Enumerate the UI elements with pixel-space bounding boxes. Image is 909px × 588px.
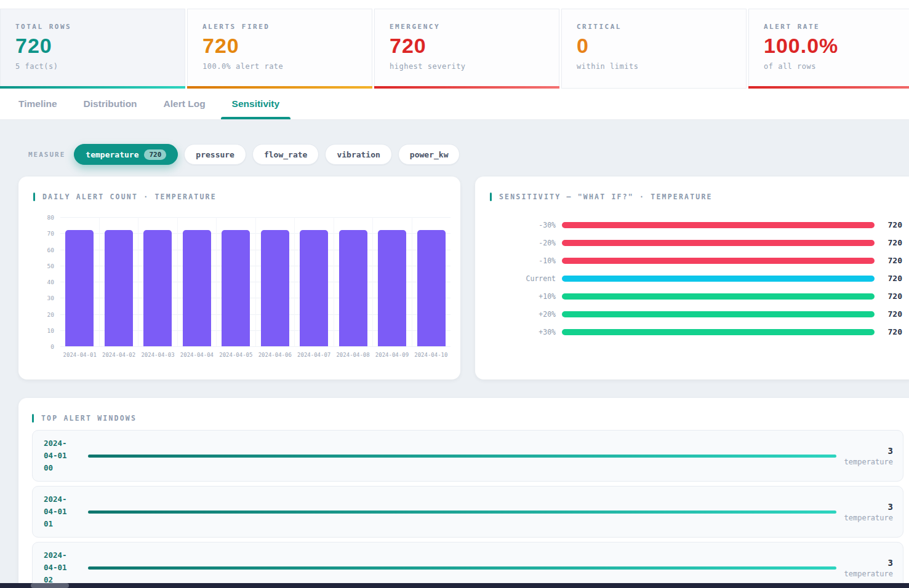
stat-subtext: highest severity <box>390 62 544 71</box>
measure-chip-flow_rate[interactable]: flow_rate <box>252 144 319 165</box>
bar-slot <box>372 217 412 346</box>
scenario-bar <box>562 293 875 300</box>
stats-row: TOTAL ROWS 720 5 fact(s) ALERTS FIRED 72… <box>0 0 909 89</box>
daily-panel-title: DAILY ALERT COUNT · TEMPERATURE <box>42 193 217 201</box>
alert-window-row: 2024- 04-01 01 3 temperature <box>32 486 903 538</box>
stat-accent-bar <box>374 86 559 89</box>
sensitivity-row: +30% 720 <box>490 323 902 341</box>
y-tick-label: 10 <box>47 327 54 333</box>
scenario-value: 720 <box>875 309 902 319</box>
bar-slot <box>60 217 99 346</box>
y-tick-label: 80 <box>47 214 54 221</box>
window-timestamp: 2024- 04-01 00 <box>44 437 78 474</box>
measure-chip-pressure[interactable]: pressure <box>184 144 246 165</box>
scrollbar-thumb[interactable] <box>31 583 69 588</box>
x-tick-label: 2024-04-10 <box>412 352 450 358</box>
title-accent-bar <box>33 193 35 201</box>
sensitivity-panel: SENSITIVITY — "WHAT IF?" · TEMPERATURE -… <box>475 177 909 379</box>
x-tick-label: 2024-04-02 <box>99 352 138 358</box>
chip-count-badge: 720 <box>144 149 166 160</box>
bar-slot <box>216 217 255 346</box>
alert-window-row: 2024- 04-01 02 3 temperature <box>32 542 903 588</box>
daily-bar-2024-04-07 <box>300 230 328 346</box>
tab-alert-log[interactable]: Alert Log <box>164 89 206 119</box>
daily-bar-2024-04-06 <box>261 230 289 346</box>
sensitivity-row: +20% 720 <box>490 305 902 323</box>
x-tick-label: 2024-04-06 <box>255 352 294 358</box>
windows-panel-title: TOP ALERT WINDOWS <box>41 414 137 423</box>
measure-chip-power_kw[interactable]: power_kw <box>398 144 460 165</box>
x-tick-label: 2024-04-01 <box>60 352 99 358</box>
daily-bar-2024-04-03 <box>143 230 172 346</box>
sensitivity-rows: -30% 720 -20% 720 -10% 720 Current 720 +… <box>490 216 902 341</box>
gridline <box>60 346 450 347</box>
x-tick-label: 2024-04-07 <box>294 352 333 358</box>
scenario-bar <box>562 258 875 264</box>
tab-bar: Timeline Distribution Alert Log Sensitiv… <box>0 89 909 120</box>
daily-bar-2024-04-10 <box>417 230 446 346</box>
stat-card: CRITICAL 0 within limits <box>561 9 747 89</box>
scenario-value: 720 <box>875 220 902 229</box>
y-tick-label: 20 <box>47 311 54 317</box>
bar-slot <box>138 217 177 346</box>
scenario-value: 720 <box>875 292 902 301</box>
stat-card: TOTAL ROWS 720 5 fact(s) <box>0 9 185 89</box>
scenario-value: 720 <box>875 256 902 265</box>
charts-row: DAILY ALERT COUNT · TEMPERATURE 80706050… <box>18 177 891 379</box>
title-accent-bar <box>490 193 492 201</box>
x-tick-label: 2024-04-03 <box>138 352 177 358</box>
x-tick-label: 2024-04-04 <box>177 352 216 358</box>
sensitivity-row: -10% 720 <box>490 252 902 269</box>
stat-value: 0 <box>577 34 731 58</box>
measure-row: MEASURE temperature 720 pressure flow_ra… <box>18 120 891 165</box>
sensitivity-panel-title: SENSITIVITY — "WHAT IF?" · TEMPERATURE <box>499 193 713 201</box>
plot-area <box>60 217 450 346</box>
stat-card: ALERT RATE 100.0% of all rows <box>748 9 909 89</box>
scenario-label: +10% <box>490 292 556 301</box>
window-bar <box>88 455 836 458</box>
sensitivity-row: -30% 720 <box>490 216 902 234</box>
tab-timeline[interactable]: Timeline <box>18 89 57 119</box>
x-tick-label: 2024-04-08 <box>334 352 372 358</box>
x-axis-labels: 2024-04-012024-04-022024-04-032024-04-04… <box>60 352 450 358</box>
horizontal-scrollbar[interactable] <box>0 583 909 588</box>
window-bar <box>88 566 836 570</box>
x-tick-label: 2024-04-09 <box>372 352 411 358</box>
scenario-bar <box>562 222 875 228</box>
alert-window-rows: 2024- 04-01 00 3 temperature 2024- 04-01… <box>32 430 903 588</box>
y-tick-label: 60 <box>47 246 54 253</box>
chip-label: pressure <box>196 150 234 159</box>
scenario-label: Current <box>490 274 556 283</box>
daily-bar-2024-04-02 <box>105 230 133 346</box>
stat-subtext: 5 fact(s) <box>15 62 170 71</box>
y-axis: 80706050403020100 <box>33 217 60 346</box>
window-measure: temperature <box>843 570 893 578</box>
scenario-bar <box>562 276 875 282</box>
y-tick-label: 0 <box>50 343 54 350</box>
measure-label: MEASURE <box>28 151 65 159</box>
stat-label: TOTAL ROWS <box>15 23 170 31</box>
chip-label: temperature <box>86 150 138 159</box>
stat-subtext: within limits <box>577 62 731 71</box>
sensitivity-row: -20% 720 <box>490 234 902 252</box>
y-tick-label: 40 <box>47 279 54 285</box>
window-count: 3 <box>843 502 893 512</box>
stat-label: CRITICAL <box>577 23 731 31</box>
tab-distribution[interactable]: Distribution <box>84 89 137 119</box>
scenario-label: +30% <box>490 328 556 336</box>
stat-subtext: of all rows <box>764 62 909 71</box>
stat-card: ALERTS FIRED 720 100.0% alert rate <box>187 9 372 89</box>
measure-chip-temperature[interactable]: temperature 720 <box>74 144 178 165</box>
scenario-label: -30% <box>490 221 556 229</box>
measure-chips: temperature 720 pressure flow_rate vibra… <box>74 144 460 165</box>
scenario-bar <box>562 240 875 246</box>
measure-chip-vibration[interactable]: vibration <box>325 144 391 165</box>
stat-label: EMERGENCY <box>390 23 544 31</box>
y-tick-label: 50 <box>47 262 54 269</box>
y-tick-label: 70 <box>47 230 54 237</box>
alert-window-row: 2024- 04-01 00 3 temperature <box>32 430 903 482</box>
daily-bar-2024-04-08 <box>339 230 367 346</box>
tab-sensitivity[interactable]: Sensitivity <box>232 89 280 119</box>
window-measure: temperature <box>843 458 893 466</box>
window-timestamp: 2024- 04-01 01 <box>44 493 78 530</box>
